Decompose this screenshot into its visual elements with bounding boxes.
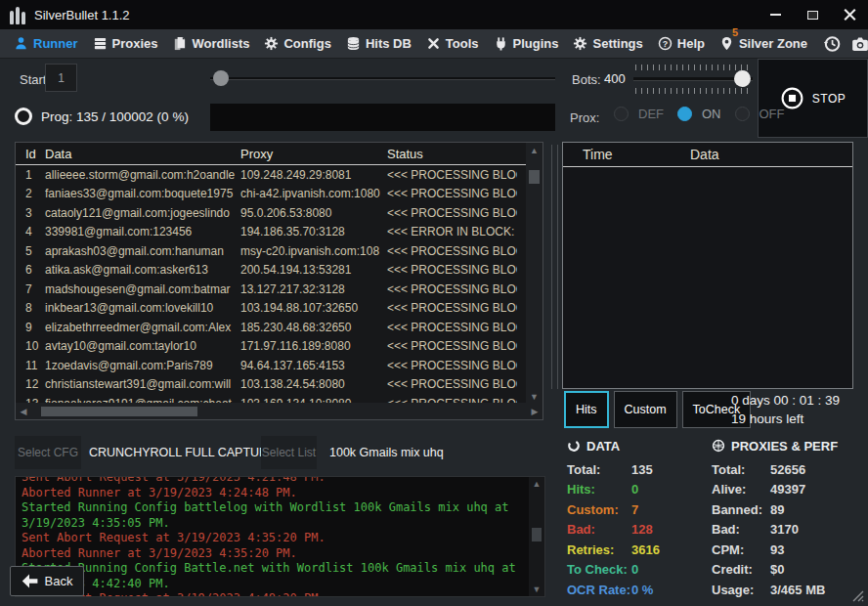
column-header-proxy[interactable]: Proxy	[240, 147, 387, 161]
cell-proxy: msy-c20.ipvanish.com:108	[240, 244, 387, 258]
title-bar: SilverBullet 1.1.2	[0, 0, 868, 29]
log-line: Aborted Runner at 3/19/2023 4:35:20 PM.	[22, 546, 522, 562]
cell-proxy: 94.64.137.165:4153	[240, 359, 387, 372]
sync-ring-icon	[567, 439, 581, 453]
minimize-button[interactable]	[757, 0, 794, 29]
table-row[interactable]: 12 christianstewart391@gmail.com:will 10…	[16, 375, 542, 395]
maximize-button[interactable]	[794, 0, 831, 29]
location-pin-icon	[719, 36, 734, 51]
proxies-stats: PROXIES & PERF Total: 52656 Alive: 49397…	[712, 436, 858, 600]
stat-row: Bad: 3170	[712, 520, 858, 541]
bots-slider[interactable]	[633, 65, 753, 94]
prox-radio-group: DEF ON OFF	[614, 107, 789, 121]
scrollbar-thumb[interactable]	[532, 528, 542, 541]
scroll-up-icon[interactable]: ▲	[533, 477, 542, 491]
column-header-time[interactable]: Time	[563, 147, 690, 162]
select-list-button[interactable]: Select List	[261, 436, 317, 469]
table-vertical-scrollbar[interactable]: ▲ ▼	[526, 143, 542, 405]
scrollbar-thumb[interactable]	[529, 170, 540, 184]
table-row[interactable]: 1 allieeee.storm@gmail.com:h2oandle 109.…	[16, 165, 542, 185]
table-row[interactable]: 7 madshougesen@gmail.com:batmar 13.127.2…	[16, 280, 542, 299]
cell-id: 8	[16, 301, 45, 315]
prox-radio-on[interactable]	[677, 107, 692, 121]
tab-hits[interactable]: Hits	[564, 391, 609, 428]
scroll-up-icon[interactable]: ▲	[530, 143, 539, 158]
prox-radio-off[interactable]	[735, 107, 750, 121]
scroll-right-icon[interactable]: ▶	[527, 407, 542, 416]
selected-wordlist-name: 100k Gmails mix uhq	[329, 446, 444, 459]
tab-custom[interactable]: Custom	[614, 391, 677, 428]
nav-item-runner[interactable]: Runner	[14, 36, 78, 51]
camera-icon[interactable]	[850, 34, 868, 54]
back-button[interactable]: Back	[10, 566, 84, 596]
help-icon: ?	[658, 36, 673, 51]
table-row[interactable]: 13 fionaalvarez9191@gmail.com:cheat 103.…	[16, 394, 542, 403]
main-nav: Runner Proxies Wordlists Configs Hits DB…	[0, 29, 868, 59]
column-header-id[interactable]: Id	[16, 147, 45, 161]
table-row[interactable]: 3 cataoly121@gmail.com:jogeeslindo 95.0.…	[16, 203, 542, 223]
start-slider-handle[interactable]	[213, 70, 229, 86]
app-logo-icon	[10, 5, 25, 24]
nav-item-plugins[interactable]: Plugins	[494, 36, 559, 51]
nav-item-silver-zone[interactable]: 5 Silver Zone	[719, 36, 807, 51]
table-row[interactable]: 9 elizabethrreedmer@gmail.com:Alex 185.2…	[16, 318, 542, 337]
data-stats-header: DATA	[567, 436, 714, 455]
prox-radio-def[interactable]	[614, 107, 629, 121]
plugins-icon	[494, 36, 508, 51]
data-stats-rows: Total: 135 Hits: 0 Custom: 7 Bad: 128 Re…	[567, 459, 714, 600]
table-row[interactable]: 5 aprakash03@gmail.com:hanuman msy-c20.i…	[16, 241, 542, 261]
stat-row: Credit: $0	[712, 560, 858, 581]
bots-slider-ticks	[635, 65, 749, 70]
table-horizontal-scrollbar[interactable]: ◀ ▶	[16, 403, 542, 419]
start-input[interactable]	[45, 64, 77, 92]
nav-item-settings[interactable]: Settings	[573, 36, 642, 51]
nav-item-hits-db[interactable]: Hits DB	[346, 36, 412, 51]
scroll-down-icon[interactable]: ▼	[533, 583, 542, 596]
nav-item-proxies[interactable]: Proxies	[93, 36, 158, 51]
scroll-left-icon[interactable]: ◀	[16, 407, 31, 416]
data-stats: DATA Total: 135 Hits: 0 Custom: 7 Bad: 1…	[567, 436, 714, 600]
bots-slider-handle[interactable]	[734, 70, 751, 87]
cell-status: <<< PROCESSING BLOCK	[387, 339, 517, 353]
stat-row: Alive: 49397	[712, 480, 858, 500]
progress-bar	[210, 104, 555, 131]
close-button[interactable]	[831, 0, 868, 29]
column-header-data[interactable]: Data	[45, 147, 240, 161]
stat-row: Usage: 3/465 MB	[712, 580, 858, 600]
stop-button[interactable]: STOP	[758, 59, 868, 138]
bots-label: Bots:	[572, 72, 601, 87]
column-header-hitdata[interactable]: Data	[690, 147, 719, 162]
column-header-status[interactable]: Status	[387, 147, 517, 161]
stat-row: Bad: 128	[567, 520, 714, 541]
scrollbar-thumb[interactable]	[41, 407, 197, 416]
table-row[interactable]: 4 339981@gmail.com:123456 194.186.35.70:…	[16, 223, 542, 242]
log-line: Aborted Runner at 3/19/2023 4:24:48 PM.	[22, 486, 522, 501]
cell-status: <<< PROCESSING BLOCK	[387, 263, 517, 277]
silver-zone-badge: 5	[732, 26, 738, 38]
log-scrollbar[interactable]: ▲ ▼	[529, 477, 544, 596]
nav-item-tools[interactable]: Tools	[426, 36, 479, 51]
table-row[interactable]: 10 avtay10@gmail.com:taylor10 171.97.116…	[16, 337, 542, 357]
start-slider[interactable]	[210, 70, 555, 87]
table-row[interactable]: 6 atika.ask@gmail.com:asker613 200.54.19…	[16, 261, 542, 281]
select-cfg-button[interactable]: Select CFG	[15, 436, 81, 469]
stat-row: Retries: 3616	[567, 540, 714, 560]
elapsed-time: 0 days 00 : 01 : 39	[731, 391, 840, 410]
table-row[interactable]: 11 1zoedavis@gmail.com:Paris789 94.64.13…	[16, 356, 542, 375]
resize-grip[interactable]	[851, 589, 864, 602]
settings-icon	[573, 36, 587, 51]
nav-item-configs[interactable]: Configs	[264, 36, 330, 51]
panel-splitter[interactable]	[551, 145, 558, 389]
table-row[interactable]: 8 inkbear13@gmail.com:lovekill10 103.194…	[16, 299, 542, 319]
cell-status: <<< PROCESSING BLOCK	[387, 321, 517, 334]
cell-data: madshougesen@gmail.com:batmar	[45, 282, 240, 296]
cell-id: 5	[16, 244, 45, 258]
table-row[interactable]: 2 faniaes33@gmail.com:boquete1975 chi-a4…	[16, 185, 542, 204]
history-icon[interactable]	[822, 34, 842, 54]
nav-item-wordlists[interactable]: Wordlists	[172, 36, 249, 51]
cell-status: <<< PROCESSING BLOCK	[387, 359, 517, 372]
progress-radio[interactable]	[15, 108, 32, 125]
cell-data: elizabethrreedmer@gmail.com:Alex	[45, 321, 240, 334]
cell-id: 12	[16, 377, 45, 391]
nav-item-help[interactable]: ? Help	[658, 36, 705, 51]
